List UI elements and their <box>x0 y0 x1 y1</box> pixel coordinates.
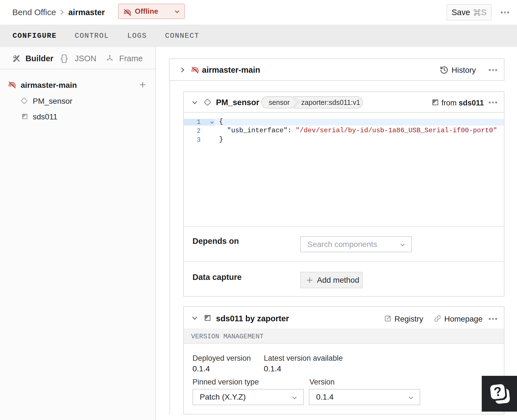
svg-text:sensor: sensor <box>269 98 290 106</box>
svg-text:zaporter:sds011:v1: zaporter:sds011:v1 <box>301 98 360 106</box>
